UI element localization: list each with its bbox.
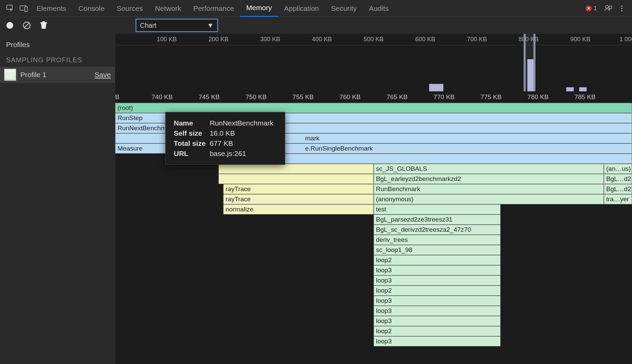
sidebar-section-label: SAMPLING PROFILES xyxy=(0,52,115,67)
flame-frame[interactable]: (root) xyxy=(115,103,632,113)
record-button[interactable] xyxy=(5,21,14,30)
flame-tick: KB xyxy=(115,93,120,101)
overview-tick: 200 KB xyxy=(209,36,229,43)
overview-bar xyxy=(566,87,574,91)
flame-frame[interactable]: rayTrace xyxy=(223,184,374,194)
flame-tick: 765 KB xyxy=(386,93,407,101)
chart-content: 100 KB200 KB300 KB400 KB500 KB600 KB700 … xyxy=(115,34,632,364)
overview-tick: 300 KB xyxy=(260,36,280,43)
error-indicator[interactable]: ✕ 1 xyxy=(586,5,597,12)
view-mode-select[interactable]: Chart ▼ xyxy=(136,19,217,31)
devtools-tabbar: ElementsConsoleSourcesNetworkPerformance… xyxy=(0,0,632,17)
profiles-sidebar: Profiles SAMPLING PROFILES Profile 1 Sav… xyxy=(0,34,115,364)
profile-item[interactable]: Profile 1 Save xyxy=(0,67,115,83)
overview-tick: 100 KB xyxy=(157,36,177,43)
tab-application[interactable]: Application xyxy=(278,0,325,17)
flame-tick: 785 KB xyxy=(574,93,595,101)
overview-tick: 500 KB xyxy=(363,36,383,43)
flame-frame[interactable]: deriv_trees xyxy=(374,235,501,245)
memory-toolbar: Chart ▼ xyxy=(0,17,632,34)
flame-frame[interactable]: BgL_parsezd2ze3treesz31 xyxy=(374,214,501,225)
tab-console[interactable]: Console xyxy=(72,0,111,17)
tab-audits[interactable]: Audits xyxy=(363,0,395,17)
tab-security[interactable]: Security xyxy=(325,0,363,17)
flame-tick: 755 KB xyxy=(293,93,314,101)
feedback-icon[interactable] xyxy=(602,0,615,17)
flame-frame[interactable]: sc_loop1_98 xyxy=(374,245,501,255)
flame-frame[interactable]: loop2 xyxy=(374,255,501,265)
clear-button[interactable] xyxy=(22,21,31,30)
tab-network[interactable]: Network xyxy=(149,0,187,17)
svg-point-3 xyxy=(606,5,608,8)
overview-tick: 400 KB xyxy=(312,36,332,43)
flamegraph-ruler[interactable]: KB740 KB745 KB750 KB755 KB760 KB765 KB77… xyxy=(115,91,632,103)
flame-tick: 780 KB xyxy=(527,93,548,101)
tab-elements[interactable]: Elements xyxy=(30,0,72,17)
overview-tick: 1 000 KB xyxy=(619,36,632,43)
delete-button[interactable] xyxy=(39,21,48,30)
overview-bar xyxy=(429,84,437,91)
view-mode-value: Chart xyxy=(140,22,156,29)
flame-tick: 745 KB xyxy=(198,93,219,101)
inspect-element-icon[interactable] xyxy=(3,0,17,17)
tab-sources[interactable]: Sources xyxy=(111,0,149,17)
flame-frame[interactable]: BgL_earleyzd2benchmarkzd2 xyxy=(374,174,604,184)
flame-frame[interactable]: loop3 xyxy=(374,265,501,275)
more-menu-icon[interactable] xyxy=(615,0,629,17)
flame-frame[interactable]: BgL…d2 xyxy=(604,174,632,184)
flame-frame[interactable]: loop3 xyxy=(374,275,501,286)
flame-tick: 775 KB xyxy=(481,93,502,101)
overview-selection[interactable] xyxy=(524,34,535,91)
flame-frame[interactable]: BgL_sc_derivzd2treesza2_47z70 xyxy=(374,225,501,235)
overview-tick: 700 KB xyxy=(467,36,487,43)
flame-frame[interactable]: RunBenchmark xyxy=(374,184,604,194)
overview-tick: 900 KB xyxy=(570,36,590,43)
frame-tooltip: NameRunNextBenchmark Self size16.0 KB To… xyxy=(165,112,285,165)
tab-memory[interactable]: Memory xyxy=(240,0,278,17)
flame-frame[interactable]: loop3 xyxy=(374,296,501,306)
svg-point-7 xyxy=(6,22,13,29)
flame-tick: 750 KB xyxy=(246,93,267,101)
profile-file-icon xyxy=(4,69,16,81)
flame-frame[interactable]: (an…us) xyxy=(604,164,632,174)
flame-frame[interactable]: tra…yer xyxy=(604,194,632,204)
flame-frame[interactable]: rayTrace xyxy=(223,194,374,204)
svg-point-6 xyxy=(621,10,623,12)
error-dot-icon: ✕ xyxy=(586,5,592,12)
sidebar-title: Profiles xyxy=(0,37,115,52)
svg-point-4 xyxy=(621,5,623,7)
tab-performance[interactable]: Performance xyxy=(187,0,240,17)
svg-point-5 xyxy=(621,8,623,9)
flame-frame[interactable]: (anonymous) xyxy=(374,194,604,204)
flame-frame[interactable] xyxy=(218,174,374,184)
flame-frame[interactable]: test xyxy=(374,204,501,214)
dropdown-arrow-icon: ▼ xyxy=(207,22,214,29)
profile-save-link[interactable]: Save xyxy=(94,71,111,79)
flame-frame[interactable]: loop2 xyxy=(374,286,501,296)
svg-line-9 xyxy=(24,23,29,28)
flame-frame[interactable]: normalize xyxy=(223,204,374,214)
flame-frame[interactable]: loop3 xyxy=(374,336,501,346)
overview-chart[interactable]: 100 KB200 KB300 KB400 KB500 KB600 KB700 … xyxy=(115,34,632,91)
flame-frame[interactable]: BgL…d2 xyxy=(604,184,632,194)
svg-rect-10 xyxy=(40,22,47,23)
flame-frame[interactable]: sc_JS_GLOBALS xyxy=(374,164,604,174)
flame-tick: 770 KB xyxy=(434,93,455,101)
overview-bar xyxy=(579,87,587,91)
svg-rect-11 xyxy=(42,21,45,22)
svg-rect-2 xyxy=(25,7,27,12)
flame-frame[interactable]: loop3 xyxy=(374,306,501,316)
device-toolbar-icon[interactable] xyxy=(17,0,30,17)
flame-tick: 760 KB xyxy=(339,93,360,101)
overview-tick: 600 KB xyxy=(415,36,435,43)
flame-frame[interactable] xyxy=(218,164,374,174)
overview-bar xyxy=(436,84,443,91)
flame-frame[interactable]: loop2 xyxy=(374,326,501,336)
flame-tick: 740 KB xyxy=(152,93,173,101)
error-count: 1 xyxy=(594,5,597,12)
flame-frame[interactable]: loop3 xyxy=(374,316,501,326)
profile-name: Profile 1 xyxy=(20,71,90,79)
